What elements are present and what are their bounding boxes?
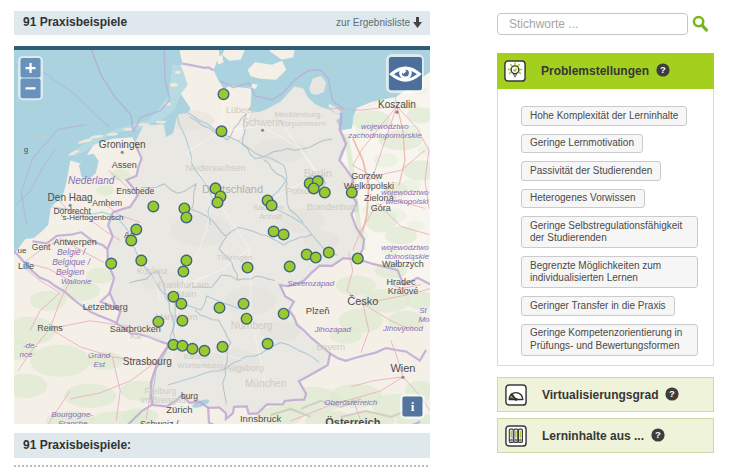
svg-text:burg: burg [181,391,198,401]
svg-text:'s-Hertogenbosch: 's-Hertogenbosch [61,213,123,222]
svg-text:Ka: Ka [130,331,142,341]
svg-text:Severozápad: Severozápad [287,279,335,288]
svg-text:województwo: województwo [381,188,429,197]
svg-text:Enschede: Enschede [116,186,154,196]
svg-text:Mo: Mo [418,315,430,324]
svg-text:Antwerpen: Antwerpen [54,237,97,247]
svg-text:ue: ue [18,246,27,255]
svg-text:Koblenz: Koblenz [137,266,168,276]
svg-text:St: St [419,306,427,315]
svg-text:?: ? [660,64,666,75]
svg-text:Österreich: Österreich [325,416,380,424]
svg-text:Wien: Wien [390,362,415,374]
svg-text:województwo: województwo [361,122,409,131]
svg-text:Groningen: Groningen [99,139,146,150]
svg-text:Wałbrzych: Wałbrzych [382,259,424,269]
svg-text:Den Haag: Den Haag [48,192,93,203]
svg-text:Letzebuerg: Letzebuerg [83,302,128,312]
svg-text:Innsbruck: Innsbruck [240,413,281,424]
svg-text:Česko: Česko [347,295,378,307]
svg-text:Gorzów: Gorzów [351,171,383,181]
svg-text:Brandenburg: Brandenburg [307,202,359,212]
svg-text:Lübeck: Lübeck [226,105,256,115]
svg-text:Oberösterreich: Oberösterreich [324,398,377,407]
svg-text:Reims: Reims [37,323,63,333]
svg-text:Lille: Lille [18,261,34,271]
svg-text:België /: België / [57,247,87,257]
svg-text:?: ? [655,429,661,440]
svg-text:Schweiz /: Schweiz / [140,419,179,424]
svg-text:Main: Main [177,289,197,299]
svg-text:Plzeň: Plzeň [306,305,330,316]
svg-text:Koszalin: Koszalin [378,99,416,110]
svg-text:Württemberg: Württemberg [177,361,223,370]
svg-text:Bourgogne-: Bourgogne- [51,410,93,419]
svg-text:województwo: województwo [381,243,429,252]
svg-text:g: g [24,145,28,154]
svg-text:Anhalt: Anhalt [259,212,282,221]
svg-text:Mecklenburg-: Mecklenburg- [274,110,323,119]
svg-text:Jihovýchod: Jihovýchod [382,324,424,333]
svg-text:Králové: Králové [388,286,419,296]
svg-text:Vorpommern: Vorpommern [280,119,326,128]
svg-text:Lub: Lub [33,133,47,142]
svg-text:Niedersachsen: Niedersachsen [185,163,245,173]
svg-text:Nederland: Nederland [68,175,115,186]
svg-text:Jihozápad: Jihozápad [314,325,352,334]
svg-text:Gent: Gent [32,242,51,252]
svg-text:Arnhem: Arnhem [92,198,122,208]
svg-text:Thüringen: Thüringen [217,253,253,262]
svg-text:-de-: -de- [23,341,38,350]
svg-text:Bayern: Bayern [316,342,345,352]
svg-text:Belgique /: Belgique / [52,257,92,267]
svg-text:Assen: Assen [112,160,137,170]
svg-text:Wallonie: Wallonie [61,277,92,286]
svg-text:wielkopolski: wielkopolski [386,197,429,206]
svg-text:Zürich: Zürich [166,404,192,415]
svg-text:Est: Est [93,360,105,369]
svg-text:Belgien: Belgien [56,267,85,277]
svg-text:München: München [245,378,286,389]
svg-text:Augsburg: Augsburg [225,363,264,373]
svg-text:i: i [411,399,415,414]
svg-text:zachodniopomorskie: zachodniopomorskie [347,131,422,140]
svg-text:Strasbourg: Strasbourg [123,356,172,367]
svg-text:nce: nce [20,350,33,359]
svg-text:?: ? [669,388,675,399]
svg-text:Grand: Grand [88,351,111,360]
svg-text:Franche-: Franche- [58,419,90,424]
